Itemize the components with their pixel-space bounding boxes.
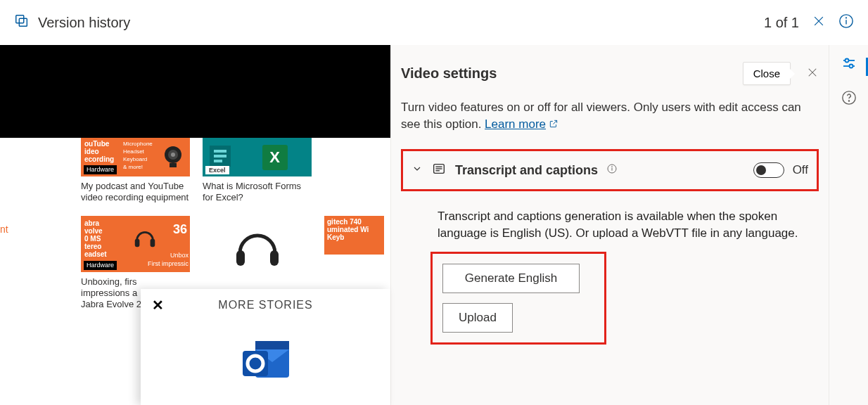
transcript-actions-highlight: Generate English Upload — [430, 252, 606, 345]
svg-rect-12 — [214, 160, 222, 162]
toggle-knob — [756, 165, 766, 175]
video-thumbnail: X Excel — [203, 138, 312, 176]
panel-description: Turn video features on or off for all vi… — [401, 99, 819, 134]
version-history-icon — [14, 13, 30, 32]
transcript-section-title: Transcript and captions — [455, 163, 598, 178]
more-stories-overlay: ✕ MORE STORIES — [141, 289, 390, 405]
toggle-state-label: Off — [793, 163, 808, 177]
video-black-band — [0, 45, 390, 138]
main-area: nt ouTube ideo ecording Microphone Heads… — [0, 45, 868, 405]
transcript-section-row: Transcript and captions Off — [410, 157, 810, 184]
svg-rect-0 — [16, 15, 24, 23]
svg-rect-11 — [214, 155, 226, 158]
transcript-section-highlight: Transcript and captions Off — [401, 149, 819, 191]
webcam-icon — [159, 142, 187, 170]
close-panel-button[interactable] — [806, 66, 819, 82]
video-card[interactable]: ouTube ideo ecording Microphone Headset … — [81, 138, 190, 203]
video-thumbnails-area: ouTube ideo ecording Microphone Headset … — [0, 138, 390, 310]
svg-point-27 — [612, 167, 613, 167]
excel-badge: Excel — [205, 166, 229, 174]
thumb-number: 36 — [173, 226, 187, 233]
thumb-text-right: Microphone Headset Keyboard & more! — [123, 140, 153, 171]
svg-rect-13 — [135, 239, 140, 247]
video-thumbnail: gitech 740 uminated Wi Keyb — [324, 216, 384, 255]
svg-point-31 — [849, 65, 853, 68]
right-rail — [829, 45, 868, 405]
chevron-down-icon[interactable] — [411, 163, 423, 177]
transcript-icon — [431, 161, 447, 179]
thumb-text: gitech 740 uminated Wi Keyb — [327, 218, 369, 241]
more-stories-header: ✕ MORE STORIES — [141, 289, 390, 321]
headphones-mini-icon — [132, 223, 158, 251]
svg-rect-15 — [236, 250, 245, 266]
panel--desc-text: Turn video features on or off for all vi… — [401, 101, 801, 131]
panel-title: Video settings — [401, 65, 497, 82]
svg-rect-10 — [214, 150, 226, 153]
generate-english-button[interactable]: Generate English — [442, 264, 580, 293]
thumb-unbox-label: Unbox — [170, 252, 189, 259]
hardware-tag: Hardware — [84, 261, 117, 270]
upload-button[interactable]: Upload — [442, 303, 513, 333]
svg-point-7 — [171, 153, 175, 157]
topbar-left: Version history — [14, 13, 130, 32]
panel-header: Video settings Close — [401, 62, 819, 85]
video-thumbnail: abra volve 0 MS tereo eadset 36 Unbox Fi… — [81, 216, 190, 272]
video-thumbnail: ouTube ideo ecording Microphone Headset … — [81, 138, 190, 176]
close-topbar-button[interactable] — [812, 14, 826, 31]
more-stories-content[interactable] — [141, 321, 390, 405]
more-stories-title: MORE STORIES — [174, 299, 390, 311]
svg-rect-16 — [270, 250, 279, 266]
video-caption: What is Microsoft Forms for Excel? — [203, 181, 312, 203]
excel-x-icon: X — [262, 145, 288, 170]
help-icon[interactable] — [841, 90, 857, 108]
transcript-sub-description: Transcript and captions generation is av… — [401, 198, 819, 252]
svg-point-4 — [846, 18, 847, 18]
external-link-icon — [549, 117, 559, 134]
close-panel-group: Close — [743, 62, 819, 85]
hardware-tag: Hardware — [84, 165, 117, 174]
svg-point-33 — [848, 101, 849, 101]
topbar-title: Version history — [38, 15, 130, 31]
thumb-first-label: First impressic — [148, 260, 189, 268]
svg-rect-18 — [255, 341, 289, 349]
transcript-toggle[interactable] — [753, 162, 784, 178]
learn-more-link[interactable]: Learn more — [485, 117, 546, 131]
toggle-group: Off — [753, 162, 808, 178]
topbar-right: 1 of 1 — [764, 13, 854, 32]
svg-rect-8 — [170, 163, 177, 167]
topbar: Version history 1 of 1 — [0, 0, 868, 45]
svg-rect-1 — [19, 18, 27, 26]
video-settings-panel: Video settings Close Turn video features… — [390, 45, 829, 405]
video-preview-pane: nt ouTube ideo ecording Microphone Heads… — [0, 45, 390, 405]
page-count: 1 of 1 — [764, 15, 799, 31]
section-info-icon[interactable] — [606, 163, 618, 177]
settings-sliders-icon[interactable] — [841, 55, 857, 75]
video-card[interactable]: X Excel What is Microsoft Forms for Exce… — [203, 138, 312, 203]
video-thumbnail — [203, 216, 312, 272]
close-more-stories-button[interactable]: ✕ — [141, 297, 174, 314]
outlook-icon — [234, 334, 298, 393]
info-icon[interactable] — [838, 13, 854, 32]
svg-point-29 — [845, 59, 848, 63]
video-caption: My podcast and YouTube video recording e… — [81, 181, 190, 203]
svg-rect-14 — [151, 239, 155, 247]
close-panel-tooltip: Close — [743, 62, 791, 85]
